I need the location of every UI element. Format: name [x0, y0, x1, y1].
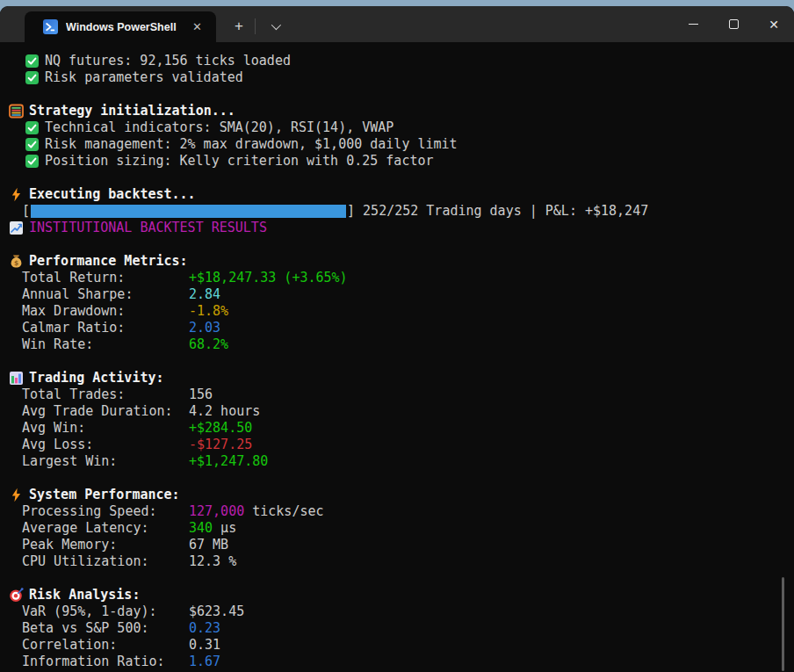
terminal-line-blank [7, 86, 794, 103]
minimize-button[interactable] [673, 6, 713, 42]
line-text: Performance Metrics: [29, 253, 188, 270]
metric-value-part: 127,000 [189, 503, 244, 519]
terminal-line-section: $Performance Metrics: [7, 253, 794, 270]
terminal-line-metric: Average Latency:340 µs [7, 520, 794, 537]
metric-value: 2.84 [189, 286, 220, 303]
metric-value-part: ticks/sec [244, 503, 323, 519]
metric-value-part: -$127.25 [189, 437, 252, 452]
metric-value-part: 0.31 [189, 637, 220, 653]
svg-text:$: $ [14, 259, 18, 267]
terminal-line-check-line: Position sizing: Kelly criterion with 0.… [7, 153, 794, 170]
terminal-line-metric: Total Return:+$18,247.33 (+3.65%) [7, 270, 794, 286]
terminal-line-section: Trading Activity: [7, 370, 794, 387]
check-icon [25, 154, 40, 169]
line-text: NQ futures: 92,156 ticks loaded [45, 53, 291, 69]
metric-label: Average Latency: [22, 520, 189, 537]
metric-value-part: 156 [189, 387, 213, 402]
metric-label: CPU Utilization: [22, 553, 189, 570]
close-button[interactable]: ✕ [754, 6, 794, 42]
metric-value: $623.45 [189, 603, 244, 620]
progress-close-bracket: ] [347, 203, 355, 220]
metric-label: Avg Trade Duration: [22, 403, 189, 420]
bar-chart-icon [9, 371, 24, 386]
tab-close-icon[interactable]: ✕ [189, 19, 206, 34]
maximize-icon [729, 19, 739, 29]
terminal-line-metric: Largest Win:+$1,247.80 [7, 453, 794, 470]
metric-label: Win Rate: [22, 336, 189, 353]
metric-value-part: -1.8% [189, 303, 228, 319]
check-icon [25, 70, 40, 85]
terminal-line-section: System Performance: [7, 487, 794, 503]
terminal-line-banner: INSTITUTIONAL BACKTEST RESULTS [7, 220, 794, 236]
metric-label: Avg Win: [22, 420, 189, 437]
chart-increasing-icon [9, 220, 24, 235]
metric-value: +$1,247.80 [189, 453, 268, 470]
check-icon [25, 137, 40, 152]
progress-open-bracket: [ [22, 203, 30, 220]
terminal-line-blank [7, 470, 794, 487]
terminal-line-metric: Information Ratio:1.67 [7, 654, 794, 670]
tab-windows-powershell[interactable]: Windows PowerShell ✕ [25, 11, 216, 42]
metric-value-part: 4.2 hours [189, 403, 260, 419]
metric-value-part: 2.84 [189, 286, 220, 302]
new-tab-button[interactable]: + [228, 18, 249, 35]
terminal-line-blank [7, 236, 794, 253]
metric-label: Calmar Ratio: [22, 320, 189, 336]
metric-value: 12.3 % [189, 553, 236, 570]
metric-label: Avg Loss: [22, 437, 189, 453]
terminal-content: NQ futures: 92,156 ticks loadedRisk para… [7, 53, 794, 670]
line-text: Strategy initialization... [29, 103, 235, 119]
terminal-line-blank [7, 570, 794, 587]
progress-bar [31, 205, 346, 218]
tab-dropdown-button[interactable] [264, 18, 285, 35]
metric-label: Peak Memory: [22, 537, 189, 553]
terminal-line-metric: Correlation:0.31 [7, 637, 794, 654]
metric-value: 340 µs [189, 520, 236, 537]
check-icon [25, 120, 40, 135]
check-icon [25, 54, 40, 69]
metric-value: 0.23 [189, 620, 220, 637]
abacus-icon [9, 104, 24, 119]
bolt-icon [9, 187, 24, 202]
terminal-line-header: Executing backtest... [7, 186, 794, 203]
terminal[interactable]: NQ futures: 92,156 ticks loadedRisk para… [0, 48, 794, 672]
metric-value-part: 68.2% [189, 336, 228, 352]
metric-label: Total Trades: [22, 387, 189, 403]
terminal-line-blank [7, 170, 794, 186]
metric-label: VaR (95%, 1-day): [22, 603, 189, 620]
scrollbar-thumb[interactable] [782, 577, 784, 671]
metric-value-part: +$18,247.33 (+3.65%) [189, 270, 348, 285]
terminal-line-metric: Avg Loss:-$127.25 [7, 437, 794, 453]
terminal-line-metric: Total Trades:156 [7, 387, 794, 403]
metric-value: 1.67 [189, 654, 220, 670]
metric-label: Annual Sharpe: [22, 286, 189, 303]
metric-value-part: 1.67 [189, 654, 220, 669]
chevron-down-icon [271, 20, 281, 30]
metric-label: Correlation: [22, 637, 189, 654]
metric-value: +$284.50 [189, 420, 252, 437]
metric-value-part: 0.23 [189, 620, 220, 636]
terminal-line-metric: CPU Utilization:12.3 % [7, 553, 794, 570]
terminal-line-header: Strategy initialization... [7, 103, 794, 119]
metric-value-part: +$1,247.80 [189, 453, 268, 469]
metric-value-part: µs [213, 520, 236, 536]
metric-label: Processing Speed: [22, 503, 189, 520]
line-text: Trading Activity: [29, 370, 164, 387]
line-text: System Performance: [29, 487, 180, 503]
metric-value-part: 340 [189, 520, 213, 536]
metric-value-part: $623.45 [189, 603, 244, 619]
line-text: Risk management: 2% max drawdown, $1,000… [45, 136, 458, 153]
terminal-line-metric: Max Drawdown:-1.8% [7, 303, 794, 320]
powershell-icon [43, 19, 58, 34]
metric-value: 67 MB [189, 537, 228, 553]
maximize-button[interactable] [713, 6, 754, 42]
metric-value: +$18,247.33 (+3.65%) [189, 270, 348, 286]
metric-value: -1.8% [189, 303, 228, 320]
terminal-line-metric: Annual Sharpe:2.84 [7, 286, 794, 303]
terminal-line-check-line: NQ futures: 92,156 ticks loaded [7, 53, 794, 69]
metric-value: 2.03 [189, 320, 220, 336]
line-text: INSTITUTIONAL BACKTEST RESULTS [29, 220, 267, 236]
terminal-line-check-line: Technical indicators: SMA(20), RSI(14), … [7, 119, 794, 136]
metric-label: Information Ratio: [22, 654, 189, 670]
tab-title: Windows PowerShell [66, 21, 181, 33]
